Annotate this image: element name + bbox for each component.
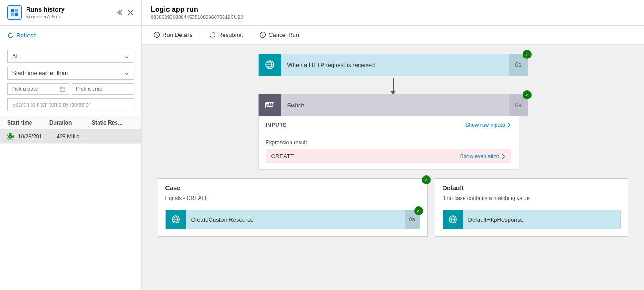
svg-rect-16 — [272, 105, 273, 106]
expression-result-label: Expression result — [266, 139, 511, 146]
sidebar: Runs history 6curcsnn7a6mk — [0, 0, 142, 290]
table-row[interactable]: 10/28/201... 428 Millis... — [0, 130, 141, 144]
refresh-label: Refresh — [16, 32, 37, 39]
case-subtitle: Equals - CREATE — [158, 195, 427, 206]
switch-expression-section: Expression result CREATE Show evaluation — [259, 134, 519, 169]
globe-icon — [265, 60, 275, 70]
show-raw-label: Show raw inputs — [465, 122, 505, 128]
chevron-right-icon — [507, 122, 511, 128]
case-node[interactable]: CreateCustomResource 0s — [165, 210, 420, 229]
svg-rect-13 — [266, 105, 268, 106]
collapse-button[interactable] — [115, 9, 123, 17]
svg-rect-12 — [272, 103, 273, 104]
keyboard-icon — [265, 102, 274, 108]
refresh-button[interactable]: Refresh — [7, 31, 134, 40]
http-trigger-icon — [259, 54, 281, 76]
http-trigger-node[interactable]: When a HTTP request is received 0s — [258, 54, 528, 76]
col-static-res: Static Res... — [92, 120, 134, 126]
time-picker[interactable] — [72, 83, 134, 95]
cancel-run-button[interactable]: Cancel Run — [255, 29, 304, 40]
expression-value-text: CREATE — [271, 153, 295, 160]
sidebar-title: Runs history — [26, 6, 65, 13]
refresh-icon — [7, 32, 13, 39]
switch-node[interactable]: Switch 0s — [258, 94, 528, 116]
svg-rect-2 — [11, 13, 14, 16]
case-branch: Case Equals - CREATE Crea — [158, 178, 428, 237]
cell-duration: 428 Millis... — [57, 134, 95, 140]
switch-success-badge — [523, 90, 532, 99]
time-input-field[interactable] — [76, 86, 130, 92]
toolbar-sep-1 — [201, 31, 201, 40]
show-eval-label: Show evaluation — [460, 153, 499, 160]
case-node-label: CreateCustomResource — [186, 216, 405, 223]
table-header: Start time Duration Static Res... — [0, 116, 141, 130]
sidebar-app-id: 6curcsnn7a6mk — [26, 14, 61, 19]
page-title: Logic app run — [151, 5, 635, 13]
inputs-label: INPUTS — [266, 122, 287, 128]
sidebar-header: Runs history 6curcsnn7a6mk — [0, 0, 141, 26]
status-success-icon — [7, 134, 13, 140]
resubmit-label: Resubmit — [218, 31, 243, 38]
case-globe-icon — [171, 215, 180, 224]
resubmit-button[interactable]: Resubmit — [205, 29, 247, 40]
show-raw-inputs-button[interactable]: Show raw inputs — [465, 122, 511, 128]
svg-rect-4 — [60, 87, 65, 92]
switch-icon — [259, 94, 281, 116]
http-trigger-label: When a HTTP request is received — [281, 62, 509, 68]
svg-rect-0 — [11, 9, 14, 13]
case-node-icon — [166, 210, 186, 229]
svg-rect-3 — [15, 13, 18, 16]
svg-rect-1 — [15, 9, 18, 13]
run-details-icon — [153, 31, 160, 38]
show-evaluation-button[interactable]: Show evaluation — [460, 153, 505, 160]
main-toolbar: Run Details Resubmit Cancel Run — [142, 26, 644, 45]
default-node[interactable]: DefaultHttpResponse — [443, 210, 621, 229]
date-input-field[interactable] — [11, 86, 58, 92]
run-id: 08586293080844535106066075619CU92 — [151, 14, 635, 20]
svg-rect-11 — [270, 103, 271, 104]
http-trigger-success-badge — [523, 50, 532, 59]
date-picker[interactable] — [7, 83, 69, 95]
calendar-icon — [60, 86, 65, 92]
sidebar-filters: All Start time earlier than — [0, 45, 141, 116]
search-filter-input[interactable] — [7, 98, 134, 111]
run-details-label: Run Details — [162, 31, 192, 38]
flow-arrow-1 — [393, 76, 394, 94]
case-node-success — [414, 206, 423, 215]
cancel-run-label: Cancel Run — [268, 31, 299, 38]
expression-value-row: CREATE Show evaluation — [266, 149, 511, 163]
cancel-run-icon — [259, 31, 266, 38]
svg-rect-14 — [268, 105, 269, 106]
cell-start-time: 10/28/201... — [18, 134, 57, 140]
svg-rect-17 — [267, 106, 273, 107]
run-details-button[interactable]: Run Details — [149, 29, 197, 40]
svg-rect-9 — [266, 103, 268, 104]
filter-all-dropdown[interactable]: All — [7, 50, 134, 63]
main-header: Logic app run 08586293080844535106066075… — [142, 0, 644, 26]
default-header: Default — [435, 179, 628, 195]
branches-container: Case Equals - CREATE Crea — [151, 178, 635, 237]
switch-inputs-section: INPUTS Show raw inputs — [259, 116, 519, 134]
default-node-label: DefaultHttpResponse — [463, 216, 620, 223]
filter-starttime-dropdown[interactable]: Start time earlier than — [7, 67, 134, 80]
case-success-badge — [422, 175, 431, 184]
switch-label: Switch — [281, 102, 509, 109]
default-subtitle: If no case contains a matching value — [435, 195, 628, 206]
main-panel: Logic app run 08586293080844535106066075… — [142, 0, 644, 290]
date-row — [7, 83, 134, 95]
close-button[interactable] — [127, 9, 134, 17]
app-icon — [7, 5, 22, 20]
flow-canvas: When a HTTP request is received 0s — [142, 45, 644, 290]
case-header: Case — [158, 179, 427, 195]
switch-section: Switch 0s INPUTS Show raw inputs — [258, 94, 528, 170]
col-start-time: Start time — [7, 120, 49, 126]
default-node-icon — [443, 210, 463, 229]
sidebar-controls: Refresh — [0, 26, 141, 45]
eval-chevron-icon — [501, 153, 506, 160]
svg-rect-15 — [270, 105, 271, 106]
runs-table: Start time Duration Static Res... 10/28/… — [0, 116, 141, 290]
resubmit-icon — [209, 31, 216, 38]
toolbar-sep-2 — [251, 31, 251, 40]
svg-rect-10 — [268, 103, 269, 104]
switch-details-panel: INPUTS Show raw inputs Expression result… — [258, 116, 519, 170]
